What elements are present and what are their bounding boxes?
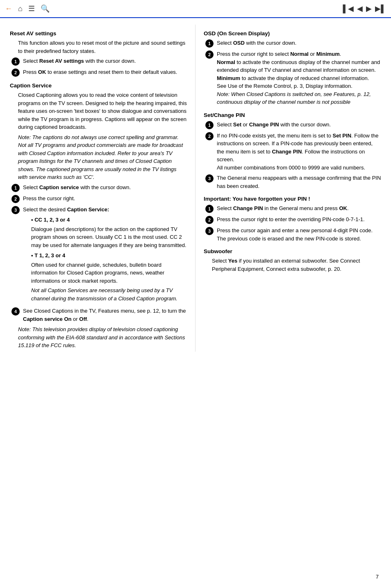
skip-forward-icon[interactable]: ▶▌	[375, 4, 386, 13]
pin-step2-text: If no PIN-code exists yet, the menu item…	[217, 132, 381, 172]
t-label: • T 1, 2, 3 or 4	[31, 252, 187, 260]
forgotten-step1: 1 Select Change PIN in the General menu …	[205, 204, 381, 213]
section-reset-av: Reset AV settings This function allows y…	[10, 30, 187, 77]
forgotten-step3: 3 Press the cursor again and enter a new…	[205, 227, 381, 243]
osd-step2-text: Press the cursor right to select Normal …	[217, 50, 381, 106]
caption-step3: 3 Select the desired Caption Service: • …	[11, 206, 187, 305]
page-content: Reset AV settings This function allows y…	[0, 18, 391, 358]
pin-step3: 3 The General menu reappears with a mess…	[205, 174, 381, 190]
reset-av-step1-text: Select Reset AV settings with the cursor…	[23, 57, 187, 65]
cc-text: Dialogue (and descriptions) for the acti…	[31, 225, 187, 249]
caption-intro: Closed Captioning allows you to read the…	[18, 91, 187, 131]
section-heading-osd: OSD (On Screen Display)	[204, 30, 381, 37]
forgotten-step1-text: Select Change PIN in the General menu an…	[217, 204, 381, 213]
section-heading-caption: Caption Service	[10, 82, 187, 89]
section-heading-reset-av: Reset AV settings	[10, 30, 187, 37]
nav-left-icons: ← ⌂ ☰ 🔍	[5, 4, 50, 13]
step-num-2: 2	[11, 69, 20, 77]
caption-note1: Note: The captions do not always use cor…	[18, 133, 187, 181]
step-num-o1: 1	[205, 39, 214, 48]
step-num-c2: 2	[11, 195, 20, 203]
section-subwoofer: Subwoofer Select Yes if you installed an…	[204, 248, 381, 273]
pin-step2: 2 If no PIN-code exists yet, the menu it…	[205, 132, 381, 172]
step-num-f2: 2	[205, 216, 214, 224]
next-icon[interactable]: ▶	[366, 4, 372, 13]
section-osd: OSD (On Screen Display) 1 Select OSD wit…	[204, 30, 381, 106]
forgotten-step2: 2 Press the cursor right to enter the ov…	[205, 215, 381, 224]
step-num-f3: 3	[205, 227, 214, 235]
caption-step1-text: Select Caption service with the cursor d…	[23, 183, 187, 192]
reset-av-intro: This function allows you to reset most o…	[18, 39, 187, 55]
left-column: Reset AV settings This function allows y…	[10, 25, 196, 352]
top-navigation-bar: ← ⌂ ☰ 🔍 ▌◀ ◀ ▶ ▶▌	[0, 0, 391, 18]
section-forgotten-pin: Important: You have forgotten your PIN !…	[204, 196, 381, 243]
step-num-1: 1	[11, 57, 20, 66]
osd-step1-text: Select OSD with the cursor down.	[217, 39, 381, 47]
t-note: Not all Caption Services are necessarily…	[31, 286, 187, 302]
home-icon[interactable]: ⌂	[18, 5, 23, 13]
forgotten-step3-text: Press the cursor again and enter a new p…	[217, 227, 381, 243]
nav-right-icons: ▌◀ ◀ ▶ ▶▌	[343, 4, 386, 13]
section-set-change-pin: Set/Change PIN 1 Select Set or Change PI…	[204, 112, 381, 190]
caption-note2: Note: This television provides display o…	[18, 325, 187, 350]
prev-icon[interactable]: ◀	[357, 4, 363, 13]
pin-step1: 1 Select Set or Change PIN with the curs…	[205, 121, 381, 129]
section-heading-subwoofer: Subwoofer	[204, 248, 381, 254]
step-num-p2: 2	[205, 132, 214, 140]
reset-av-step1: 1 Select Reset AV settings with the curs…	[11, 57, 187, 66]
section-heading-forgotten-pin: Important: You have forgotten your PIN !	[204, 196, 381, 202]
caption-step3-text: Select the desired Caption Service: • CC…	[23, 206, 187, 305]
back-icon[interactable]: ←	[5, 5, 12, 13]
page-number: 7	[376, 574, 379, 580]
step-num-c4: 4	[11, 307, 20, 316]
step-num-p1: 1	[205, 121, 214, 129]
section-caption-service: Caption Service Closed Captioning allows…	[10, 82, 187, 350]
step-num-c1: 1	[11, 184, 20, 192]
menu-icon[interactable]: ☰	[28, 4, 35, 13]
caption-sublist: • CC 1, 2, 3 or 4 Dialogue (and descript…	[31, 216, 187, 302]
osd-step2: 2 Press the cursor right to select Norma…	[205, 50, 381, 106]
search-icon[interactable]: 🔍	[41, 4, 50, 13]
skip-back-icon[interactable]: ▌◀	[343, 4, 354, 13]
pin-step1-text: Select Set or Change PIN with the cursor…	[217, 121, 381, 129]
caption-step4-text: See Closed Captions in the TV, Features …	[23, 307, 187, 323]
forgotten-step2-text: Press the cursor right to enter the over…	[217, 215, 381, 224]
caption-step1: 1 Select Caption service with the cursor…	[11, 183, 187, 192]
osd-step1: 1 Select OSD with the cursor down.	[205, 39, 381, 48]
caption-step4: 4 See Closed Captions in the TV, Feature…	[11, 307, 187, 323]
reset-av-step2: 2 Press OK to erase settings and reset t…	[11, 68, 187, 77]
section-heading-pin: Set/Change PIN	[204, 112, 381, 118]
subwoofer-text: Select Yes if you installed an external …	[212, 257, 381, 273]
caption-step2: 2 Press the cursor right.	[11, 194, 187, 203]
step-num-c3: 3	[11, 206, 20, 214]
cc-label: • CC 1, 2, 3 or 4	[31, 216, 187, 224]
pin-step3-text: The General menu reappears with a messag…	[217, 174, 381, 190]
step-num-f1: 1	[205, 205, 214, 213]
step-num-p3: 3	[205, 174, 214, 183]
step-num-o2: 2	[205, 50, 214, 59]
right-column: OSD (On Screen Display) 1 Select OSD wit…	[196, 25, 381, 352]
caption-step2-text: Press the cursor right.	[23, 194, 187, 203]
reset-av-step2-text: Press OK to erase settings and reset the…	[23, 68, 187, 76]
t-text: Often used for channel guide, schedules,…	[31, 261, 187, 285]
